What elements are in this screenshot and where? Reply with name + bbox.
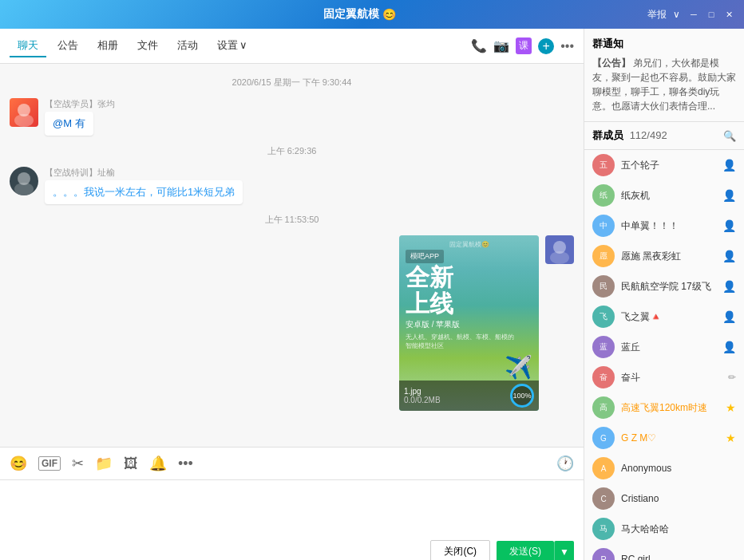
video-icon[interactable]: 📷 bbox=[493, 38, 509, 53]
close-button[interactable]: ✕ bbox=[722, 7, 736, 22]
person-badge: 👤 bbox=[722, 189, 736, 202]
nav-item-notice[interactable]: 公告 bbox=[49, 35, 86, 57]
message-row-2: 【空战特训】址榆 。。。我说一米左右，可能比1米短兄弟 bbox=[0, 164, 584, 207]
img-title: 全新上线 bbox=[406, 264, 453, 317]
member-item[interactable]: 高 高速飞翼120km时速 ★ bbox=[584, 392, 744, 423]
more-toolbar-icon[interactable]: ••• bbox=[178, 455, 193, 472]
member-avatar: 高 bbox=[592, 396, 615, 419]
img-header-text: 固定翼航模😊 bbox=[449, 240, 489, 249]
edit-badge: ✏ bbox=[728, 372, 736, 383]
chat-image[interactable]: 固定翼航模😊 模吧APP 全新上线 安卓版 / 苹果版 无人机、穿越机、航模、车… bbox=[399, 235, 539, 411]
msg-content-1: 【空战学员】张均 @M 有 bbox=[45, 98, 574, 136]
person-badge: 👤 bbox=[722, 159, 736, 172]
group-notice-title: 群通知 bbox=[592, 37, 736, 51]
gif-icon[interactable]: GIF bbox=[38, 456, 61, 471]
member-name: Anonymous bbox=[621, 463, 736, 474]
person-badge: 👤 bbox=[722, 310, 736, 323]
member-item[interactable]: 中 中单翼！！！ 👤 bbox=[584, 211, 744, 241]
emoji-icon[interactable]: 😊 bbox=[10, 455, 27, 472]
send-button[interactable]: 发送(S) bbox=[497, 541, 554, 560]
msg-bubble-1: @M 有 bbox=[45, 112, 93, 136]
add-icon[interactable]: + bbox=[538, 38, 554, 54]
chat-area: 聊天 公告 相册 文件 活动 设置 ∨ 📞 📷 课 + ••• 2020/6/1… bbox=[0, 29, 584, 560]
minimize-button[interactable]: ─ bbox=[687, 7, 701, 22]
member-avatar: R bbox=[592, 548, 615, 560]
title-emoji: 😊 bbox=[382, 8, 396, 21]
folder-icon[interactable]: 📁 bbox=[95, 455, 113, 472]
nav-item-settings[interactable]: 设置 ∨ bbox=[209, 35, 255, 57]
image-icon[interactable]: 🖼 bbox=[124, 455, 138, 472]
chevron-down-icon[interactable]: ∨ bbox=[673, 9, 680, 20]
person-badge: 👤 bbox=[722, 219, 736, 232]
window-controls: ─ □ ✕ bbox=[687, 7, 736, 22]
member-item[interactable]: 蓝 蓝丘 👤 bbox=[584, 332, 744, 362]
member-name: G Z M♡ bbox=[621, 432, 719, 444]
chat-input[interactable] bbox=[10, 487, 574, 534]
member-name: 愿施 黑夜彩虹 bbox=[621, 250, 716, 263]
chat-toolbar: 😊 GIF ✂ 📁 🖼 🔔 ••• 🕐 bbox=[0, 447, 584, 480]
title-bar: 固定翼航模 😊 举报 ∨ ─ □ ✕ bbox=[0, 0, 744, 29]
member-item[interactable]: C Cristiano bbox=[584, 483, 744, 514]
member-item[interactable]: 飞 飞之翼🔺 👤 bbox=[584, 302, 744, 332]
img-size: 0.0/0.2MB bbox=[404, 396, 441, 404]
title-bar-right: 举报 ∨ ─ □ ✕ bbox=[647, 7, 736, 22]
member-name: 中单翼！！！ bbox=[621, 219, 716, 233]
member-item[interactable]: 马 马大哈哈哈 bbox=[584, 514, 744, 544]
app-label: 模吧APP bbox=[406, 250, 444, 263]
nav-item-file[interactable]: 文件 bbox=[129, 35, 166, 57]
message-row-1: 【空战学员】张均 @M 有 bbox=[0, 95, 584, 139]
img-filename: 1.jpg bbox=[404, 387, 441, 396]
member-avatar: G bbox=[592, 427, 615, 449]
person-badge: 👤 bbox=[722, 250, 736, 262]
member-name: 马大哈哈哈 bbox=[621, 523, 736, 536]
member-item[interactable]: A Anonymous bbox=[584, 453, 744, 483]
group-title: 固定翼航模 bbox=[323, 7, 379, 22]
member-item[interactable]: R RC girl bbox=[584, 544, 744, 560]
member-avatar: 奋 bbox=[592, 366, 615, 388]
group-notice-text: 【公告】 弟兄们，大伙都是模友，聚到一起也不容易。鼓励大家聊模型，聊手工，聊各类… bbox=[592, 56, 736, 113]
chat-messages[interactable]: 2020/6/15 星期一 下午 9:30:44 【空战学员】张均 @M 有 上… bbox=[0, 64, 584, 447]
member-avatar: 五 bbox=[592, 154, 615, 176]
scissors-icon[interactable]: ✂ bbox=[72, 455, 84, 472]
msg-sender-1: 【空战学员】张均 bbox=[45, 98, 574, 110]
report-btn[interactable]: 举报 bbox=[647, 8, 667, 22]
member-avatar: 民 bbox=[592, 275, 615, 298]
msg-content-3: 固定翼航模😊 模吧APP 全新上线 安卓版 / 苹果版 无人机、穿越机、航模、车… bbox=[10, 235, 539, 411]
timestamp-1: 2020/6/15 星期一 下午 9:30:44 bbox=[0, 77, 584, 89]
member-avatar: 飞 bbox=[592, 306, 615, 328]
member-item[interactable]: 纸 纸灰机 👤 bbox=[584, 180, 744, 211]
members-header: 群成员 112/492 🔍 bbox=[584, 122, 744, 150]
member-item[interactable]: 奋 奋斗 ✏ bbox=[584, 362, 744, 392]
member-search-icon[interactable]: 🔍 bbox=[723, 130, 736, 142]
member-item[interactable]: 民 民航航空学院 17级飞 👤 bbox=[584, 271, 744, 302]
nav-bar: 聊天 公告 相册 文件 活动 设置 ∨ 📞 📷 课 + ••• bbox=[0, 29, 584, 64]
maximize-button[interactable]: □ bbox=[704, 7, 718, 22]
clock-icon[interactable]: 🕐 bbox=[556, 455, 574, 471]
nav-item-activity[interactable]: 活动 bbox=[169, 35, 206, 57]
member-avatar: 蓝 bbox=[592, 336, 615, 358]
message-row-3: 固定翼航模😊 模吧APP 全新上线 安卓版 / 苹果版 无人机、穿越机、航模、车… bbox=[0, 232, 584, 414]
close-button[interactable]: 关闭(C) bbox=[430, 540, 490, 560]
member-avatar: 愿 bbox=[592, 245, 615, 267]
member-item[interactable]: 愿 愿施 黑夜彩虹 👤 bbox=[584, 241, 744, 271]
course-icon[interactable]: 课 bbox=[516, 37, 532, 54]
nav-item-chat[interactable]: 聊天 bbox=[10, 35, 46, 57]
nav-item-album[interactable]: 相册 bbox=[89, 35, 126, 57]
send-dropdown-button[interactable]: ▼ bbox=[554, 541, 574, 560]
send-btn-group: 发送(S) ▼ bbox=[497, 541, 574, 560]
member-name: 纸灰机 bbox=[621, 189, 716, 203]
timestamp-2: 上午 6:29:36 bbox=[0, 145, 584, 157]
more-icon[interactable]: ••• bbox=[560, 39, 574, 53]
msg-content-2: 【空战特训】址榆 。。。我说一米左右，可能比1米短兄弟 bbox=[45, 167, 574, 204]
msg-bubble-2: 。。。我说一米左右，可能比1米短兄弟 bbox=[45, 180, 243, 204]
chat-input-area: 关闭(C) 发送(S) ▼ bbox=[0, 480, 584, 560]
member-name: 奋斗 bbox=[621, 371, 722, 385]
bell-icon[interactable]: 🔔 bbox=[149, 455, 167, 472]
member-item[interactable]: G G Z M♡ ★ bbox=[584, 423, 744, 453]
person-badge: 👤 bbox=[722, 280, 736, 293]
member-item[interactable]: 五 五个轮子 👤 bbox=[584, 150, 744, 180]
member-name: 民航航空学院 17级飞 bbox=[621, 280, 716, 294]
msg-sender-2: 【空战特训】址榆 bbox=[45, 167, 574, 179]
phone-icon[interactable]: 📞 bbox=[471, 38, 487, 53]
plane-emoji: ✈️ bbox=[505, 354, 532, 381]
